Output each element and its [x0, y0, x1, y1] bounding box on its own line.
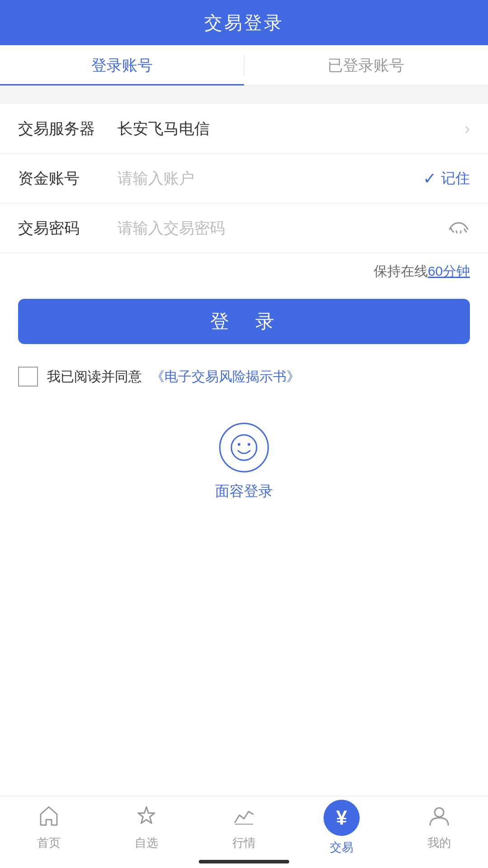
- tab-login[interactable]: 登录账号: [0, 45, 244, 85]
- nav-item-watchlist[interactable]: 自选: [98, 804, 195, 860]
- agreement-prefix: 我已阅读并同意: [47, 368, 142, 386]
- online-link[interactable]: 60分钟: [428, 262, 470, 281]
- account-label: 资金账号: [18, 168, 108, 189]
- nav-label-market: 行情: [232, 835, 256, 851]
- home-icon: [37, 804, 61, 831]
- svg-point-4: [435, 808, 444, 817]
- agreement-checkbox[interactable]: [18, 367, 38, 387]
- remember-section[interactable]: ✓ 记住: [423, 169, 470, 189]
- chart-icon: [232, 804, 256, 831]
- person-icon: [427, 804, 451, 831]
- bottom-nav: 首页 自选 行情 ¥ 交易: [0, 796, 488, 868]
- server-label: 交易服务器: [18, 118, 108, 139]
- online-prefix: 保持在线: [374, 262, 428, 281]
- form-content: 交易服务器 长安飞马电信 › 资金账号 ✓ 记住 交易密码: [0, 104, 488, 528]
- login-button[interactable]: 登 录: [18, 299, 470, 344]
- online-section: 保持在线 60分钟: [0, 253, 488, 290]
- nav-item-trade[interactable]: ¥ 交易: [293, 800, 390, 864]
- nav-item-mine[interactable]: 我的: [390, 804, 488, 860]
- nav-label-mine: 我的: [427, 835, 451, 851]
- svg-point-2: [248, 443, 250, 446]
- star-icon: [135, 804, 158, 831]
- login-button-wrapper: 登 录: [0, 290, 488, 358]
- eye-closed-icon[interactable]: [447, 219, 470, 238]
- account-row: 资金账号 ✓ 记住: [0, 154, 488, 203]
- yuan-icon: ¥: [336, 808, 347, 828]
- tab-bar: 登录账号 已登录账号: [0, 45, 488, 86]
- nav-item-market[interactable]: 行情: [195, 804, 293, 860]
- nav-label-watchlist: 自选: [135, 835, 158, 851]
- server-value: 长安飞马电信: [108, 118, 465, 139]
- tab-logged[interactable]: 已登录账号: [244, 45, 488, 85]
- remember-label: 记住: [441, 169, 470, 189]
- nav-item-home[interactable]: 首页: [0, 804, 98, 860]
- face-login-icon: [219, 423, 269, 472]
- page-title: 交易登录: [204, 10, 284, 35]
- home-indicator: [199, 860, 289, 863]
- content-spacer: [0, 528, 488, 796]
- svg-point-1: [238, 443, 240, 446]
- password-row: 交易密码: [0, 203, 488, 253]
- agreement-section: 我已阅读并同意 《电子交易风险揭示书》: [0, 358, 488, 396]
- nav-label-trade: 交易: [330, 840, 353, 855]
- chevron-right-icon: ›: [465, 119, 470, 138]
- top-spacer: [0, 86, 488, 95]
- main-content: 登录账号 已登录账号 交易服务器 长安飞马电信 › 资金账号 ✓ 记住 交易密码: [0, 45, 488, 796]
- check-circle-icon: ✓: [423, 169, 436, 188]
- agreement-link[interactable]: 《电子交易风险揭示书》: [151, 368, 300, 386]
- page-header: 交易登录: [0, 0, 488, 45]
- account-input[interactable]: [108, 170, 423, 187]
- face-login-section[interactable]: 面容登录: [0, 396, 488, 528]
- nav-label-home: 首页: [37, 835, 61, 851]
- svg-point-0: [231, 435, 257, 460]
- trade-active-bg: ¥: [324, 800, 360, 836]
- password-label: 交易密码: [18, 218, 108, 239]
- server-row[interactable]: 交易服务器 长安飞马电信 ›: [0, 104, 488, 154]
- face-login-label: 面容登录: [215, 481, 273, 501]
- password-input[interactable]: [108, 219, 447, 237]
